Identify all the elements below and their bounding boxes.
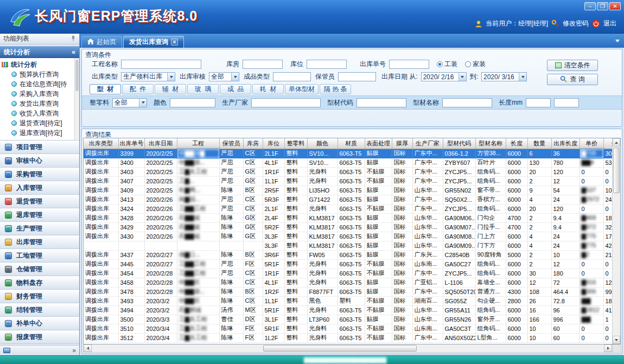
grid-cell[interactable]: L型角... [475,333,506,342]
grid-cell[interactable]: 6063-T5 [338,186,365,195]
sidebar-item-6[interactable]: 生产管理 [0,222,79,235]
grid-cell[interactable]: 2020/2/28 [144,278,177,287]
grid-cell[interactable]: 陈琳 [219,250,243,259]
grid-cell[interactable]: 120 [551,204,580,213]
grid-cell[interactable]: 光身料 [307,324,338,333]
sidebar-item-1[interactable]: 审核中心 [0,154,79,168]
grid-cell[interactable]: 1R2F [263,287,284,296]
grid-cell[interactable]: 幕墙全... [475,278,506,287]
grid-cell[interactable]: 国标 [392,305,412,315]
grid-cell[interactable]: 2L1F [263,204,284,213]
grid-cell[interactable]: 2020/3/4 [144,324,177,333]
grid-cell[interactable]: 山东华... [412,186,443,195]
grid-cell[interactable]: 华▇▇区 [177,296,219,305]
column-header-1[interactable]: 出库单号 [118,138,144,149]
grid-cell[interactable]: 3430 [118,232,144,241]
material-tab-5[interactable]: 耗 材 [252,84,284,94]
grid-cell[interactable]: 0 [603,167,612,176]
grid-cell[interactable]: 3399 [118,149,144,158]
grid-cell[interactable]: 2020/2/26 [144,222,177,232]
grid-cell[interactable]: 5R1F [263,324,284,333]
material-tab-6[interactable]: 单体型材 [285,84,319,94]
grid-cell[interactable]: 216 [603,250,612,259]
accordion-header-statistics[interactable]: 统计分析 « [0,46,79,58]
grid-cell[interactable]: 贴膜 [365,232,392,241]
grid-cell[interactable]: 山东南... [412,324,443,333]
grid-cell[interactable]: 120 [551,167,580,176]
grid-cell[interactable]: 4 [527,241,551,250]
grid-cell[interactable]: 广东中... [412,158,443,167]
grid-cell[interactable]: 1R1F [263,269,284,278]
grid-cell[interactable]: 光身料 [307,176,338,186]
grid-cell[interactable]: 国标 [392,324,412,333]
grid-cell[interactable]: C区 [243,195,263,204]
grid-cell[interactable]: 20 [527,204,551,213]
grid-cell[interactable]: 陈琳 [219,333,243,342]
grid-cell[interactable]: 调拨出库 [84,204,118,213]
grid-cell[interactable]: 塑料 [338,296,365,305]
grid-cell[interactable]: 0 [603,324,612,333]
grid-cell[interactable]: 130 [527,158,551,167]
grid-cell[interactable]: C区 [243,269,263,278]
grid-cell[interactable]: 香槟方... [475,195,506,204]
column-header-17[interactable]: 出库长度 [551,138,580,149]
grid-cell[interactable]: ▇708 [580,149,603,158]
grid-cell[interactable]: 工▇共工程 [177,167,219,176]
grid-cell[interactable]: G71422 [307,195,338,204]
grid-cell[interactable]: 山东华... [412,213,443,222]
grid-cell[interactable]: 1 [603,315,612,324]
grid-cell[interactable]: 广东中... [412,287,443,296]
column-header-6[interactable]: 库位 [263,138,284,149]
grid-cell[interactable]: 6063-T5 [338,305,365,315]
grid-cell[interactable]: 3L3F [263,232,284,241]
grid-cell[interactable]: 4L1F [263,158,284,167]
grid-cell[interactable]: 326 [603,222,612,232]
grid-cell[interactable]: 173 [603,232,612,241]
grid-cell[interactable] [84,241,118,250]
grid-cell[interactable]: 12 [551,259,580,269]
grid-cell[interactable]: 勾企硬... [475,296,506,305]
grid-cell[interactable]: 10 [527,333,551,342]
table-row[interactable]: 调拨出库34782020/2/28华▇▇源...陈琳B区1R2F整料F8877F… [84,287,612,296]
tree-item-6[interactable]: 退库查询[待定] [2,128,74,138]
grid-cell[interactable]: 182 [603,296,612,305]
grid-cell[interactable]: 整料 [284,315,307,324]
grid-cell[interactable]: 整料 [284,232,307,241]
grid-cell[interactable]: 3512 [118,333,144,342]
grid-cell[interactable]: F区 [243,259,263,269]
grid-cell[interactable]: GA50C27 [443,259,475,269]
table-row[interactable]: 调拨出库34032020/2/25工▇共工程严思G区1R1F整料光身料6063-… [84,167,612,176]
grid-cell[interactable]: 广东中... [412,167,443,176]
grid-cell[interactable]: 组角码... [475,167,506,176]
grid-cell[interactable]: 0 [580,324,603,333]
grid-cell[interactable]: 华▇▇源... [177,158,219,167]
grid-cell[interactable]: 3L1F [263,315,284,324]
grid-cell[interactable]: 国标 [392,204,412,213]
change-password-link[interactable]: 修改密码 [563,19,589,28]
grid-cell[interactable]: G区 [243,176,263,186]
grid-cell[interactable]: 曹佳 [219,315,243,324]
grid-cell[interactable]: 2 [527,176,551,186]
table-row[interactable]: 调拨出库34072020/2/25工▇...严思G区1L1F整料光身料6063-… [84,176,612,186]
grid-cell[interactable]: 5R1F [263,305,284,315]
grid-cell[interactable]: 陈琳 [219,324,243,333]
grid-cell[interactable]: 汤伟 [219,305,243,315]
tab-list-dropdown-icon[interactable] [615,40,620,42]
grid-cell[interactable]: 广东中... [412,149,443,158]
grid-cell[interactable]: 门拉手... [475,222,506,232]
grid-cell[interactable]: 国标 [392,158,412,167]
grid-cell[interactable]: C28540B [443,250,475,259]
table-row[interactable]: 调拨出库34582020/2/28华▇▇区陈琳C区4L1F整料光身料6063-T… [84,278,612,287]
grid-cell[interactable]: 整料 [284,333,307,342]
grid-cell[interactable] [243,241,263,250]
grid-cell[interactable]: L-1106 [443,278,475,287]
grid-cell[interactable]: 96 [551,305,580,315]
grid-cell[interactable]: 不贴膜 [365,269,392,278]
grid-cell[interactable]: 湖南百... [412,296,443,305]
grid-cell[interactable]: 2020/2/25 [144,158,177,167]
column-header-7[interactable]: 整零料 [284,138,307,149]
grid-cell[interactable]: 南▇园... [177,195,219,204]
grid-cell[interactable]: 6000 [506,305,527,315]
color-input[interactable] [170,98,215,107]
grid-cell[interactable]: 30 [527,269,551,278]
